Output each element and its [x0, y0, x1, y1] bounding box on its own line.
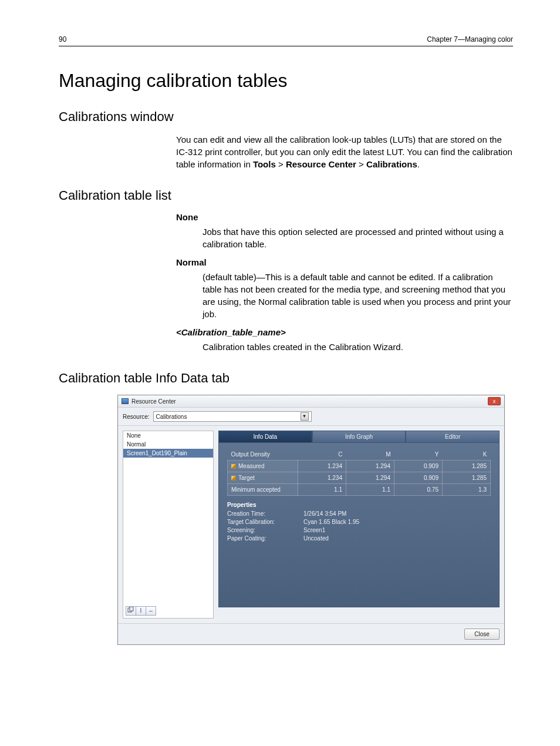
- tab-editor[interactable]: Editor: [406, 431, 500, 443]
- page-number: 90: [59, 35, 66, 43]
- resource-selector-row: Resource: Calibrations ▼: [118, 408, 504, 426]
- tab-info-graph[interactable]: Info Graph: [312, 431, 406, 443]
- prop-creation-time-value: 1/26/14 3:54 PM: [303, 510, 491, 517]
- close-icon[interactable]: x: [488, 397, 501, 405]
- section-calibrations-window: Calibrations window: [59, 109, 513, 125]
- term-none: None: [176, 212, 513, 222]
- prop-screening-value: Screen1: [303, 527, 491, 533]
- app-icon: [122, 398, 129, 404]
- pencil-icon: [231, 476, 236, 480]
- term-calibration-table-name: <Calibration_table_name>: [176, 327, 513, 337]
- delete-button[interactable]: –: [146, 606, 156, 616]
- pencil-icon: [231, 464, 236, 469]
- calibration-table-list[interactable]: None Normal Screen1_Dot190_Plain I –: [123, 431, 214, 619]
- page-header: 90 Chapter 7—Managing color: [59, 35, 513, 46]
- prop-creation-time-label: Creation Time:: [227, 510, 303, 517]
- section-calibration-table-list: Calibration table list: [59, 188, 513, 203]
- term-normal: Normal: [176, 257, 513, 267]
- resource-center-window: Resource Center x Resource: Calibrations…: [117, 395, 505, 645]
- col-y: Y: [394, 449, 443, 461]
- output-density-table: Output Density C M Y K Measured 1.234: [227, 449, 491, 496]
- prop-screening-label: Screening:: [227, 527, 303, 533]
- prop-paper-coating-label: Paper Coating:: [227, 535, 303, 542]
- prop-target-calibration-value: Cyan 1.65 Black 1.95: [303, 519, 491, 525]
- close-button[interactable]: Close: [464, 629, 500, 640]
- resource-select[interactable]: Calibrations ▼: [153, 411, 312, 422]
- col-c: C: [298, 449, 346, 461]
- section-calibration-info-data-tab: Calibration table Info Data tab: [59, 371, 513, 386]
- term-calibration-table-name-body: Calibration tables created in the Calibr…: [203, 341, 513, 353]
- col-m: M: [346, 449, 394, 461]
- term-normal-body: (default table)—This is a default table …: [203, 271, 513, 320]
- properties-title: Properties: [227, 502, 491, 508]
- properties-block: Properties Creation Time:1/26/14 3:54 PM…: [227, 502, 491, 542]
- col-output-density: Output Density: [228, 449, 298, 461]
- col-k: K: [443, 449, 491, 461]
- list-item[interactable]: None: [123, 431, 213, 440]
- table-row: Target 1.234 1.294 0.909 1.285: [228, 472, 491, 484]
- list-item[interactable]: Screen1_Dot190_Plain: [123, 449, 213, 458]
- rename-button[interactable]: I: [136, 606, 146, 616]
- prop-paper-coating-value: Uncoated: [303, 535, 491, 542]
- resource-label: Resource:: [123, 414, 150, 420]
- window-titlebar[interactable]: Resource Center x: [118, 395, 504, 408]
- window-footer: Close: [118, 623, 504, 644]
- window-title: Resource Center: [131, 398, 176, 405]
- calibrations-window-paragraph: You can edit and view all the calibratio…: [176, 133, 513, 170]
- term-none-body: Jobs that have this option selected are …: [203, 226, 513, 250]
- svg-rect-1: [130, 607, 133, 611]
- prop-target-calibration-label: Target Calibration:: [227, 519, 303, 525]
- chevron-down-icon: ▼: [301, 412, 309, 421]
- tab-info-data[interactable]: Info Data: [218, 431, 312, 443]
- list-item[interactable]: Normal: [123, 440, 213, 449]
- resource-select-value: Calibrations: [156, 414, 187, 420]
- duplicate-button[interactable]: [126, 606, 136, 616]
- duplicate-icon: [127, 607, 134, 613]
- tabs: Info Data Info Graph Editor: [218, 431, 500, 443]
- table-row: Measured 1.234 1.294 0.909 1.285: [228, 461, 491, 472]
- chapter-label: Chapter 7—Managing color: [427, 35, 513, 43]
- info-data-panel: Output Density C M Y K Measured 1.234: [218, 443, 500, 607]
- page-title: Managing calibration tables: [59, 70, 513, 92]
- table-row: Minimum accepted 1.1 1.1 0.75 1.3: [228, 484, 491, 496]
